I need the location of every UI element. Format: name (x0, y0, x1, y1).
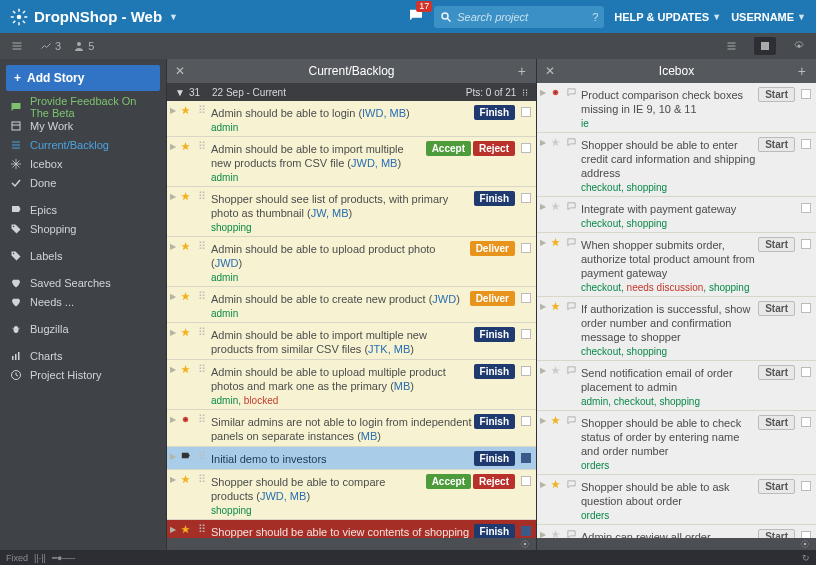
refresh-icon[interactable]: ↻ (802, 553, 810, 563)
close-icon[interactable]: ✕ (175, 64, 185, 78)
select-checkbox[interactable] (801, 367, 811, 377)
footer-track-icon[interactable]: ||·|| (34, 553, 46, 563)
story-row[interactable]: ▶⠿Similar admins are not able to login f… (167, 410, 536, 447)
expand-icon[interactable]: ▶ (170, 192, 176, 201)
expand-icon[interactable]: ▶ (540, 416, 546, 425)
expand-icon[interactable]: ▶ (170, 106, 176, 115)
sidebar-item[interactable]: Epics (6, 200, 160, 219)
story-row[interactable]: ▶⠿Admin should be able to import multipl… (167, 137, 536, 187)
start-button[interactable]: Start (758, 365, 795, 380)
drag-icon[interactable]: ⠿ (195, 104, 208, 117)
finish-button[interactable]: Finish (474, 414, 515, 429)
expand-icon[interactable]: ▶ (170, 328, 176, 337)
sidebar-item[interactable]: My Work (6, 116, 160, 135)
sidebar-item[interactable]: Provide Feedback On The Beta (6, 97, 160, 116)
select-checkbox[interactable] (801, 481, 811, 491)
add-icon[interactable]: + (798, 63, 806, 79)
reject-button[interactable]: Reject (473, 474, 515, 489)
select-checkbox[interactable] (801, 303, 811, 313)
expand-icon[interactable]: ▶ (540, 302, 546, 311)
menu-icon[interactable] (6, 37, 28, 55)
select-checkbox[interactable] (801, 239, 811, 249)
start-button[interactable]: Start (758, 237, 795, 252)
story-row[interactable]: ▶If authorization is successful, show or… (537, 297, 816, 361)
story-row[interactable]: ▶Shopper should be able to check status … (537, 411, 816, 475)
start-button[interactable]: Start (758, 415, 795, 430)
drag-icon[interactable]: ⠿ (195, 413, 208, 426)
drag-icon[interactable]: ⠿ (195, 363, 208, 376)
fixed-label[interactable]: Fixed (6, 553, 28, 563)
story-row[interactable]: ▶Shopper should be able to ask question … (537, 475, 816, 525)
select-checkbox[interactable] (521, 453, 531, 463)
story-row[interactable]: ▶⠿Initial demo to investorsFinish (167, 447, 536, 470)
story-row[interactable]: ▶⠿Shopper should see list of products, w… (167, 187, 536, 237)
story-row[interactable]: ▶Admin can review all order questions an… (537, 525, 816, 538)
expand-icon[interactable]: ▶ (540, 238, 546, 247)
drag-icon[interactable]: ⠿ (195, 290, 208, 303)
story-row[interactable]: ▶⠿Shopper should be able to compare prod… (167, 470, 536, 520)
story-row[interactable]: ▶When shopper submits order, authorize t… (537, 233, 816, 297)
start-button[interactable]: Start (758, 87, 795, 102)
add-story-button[interactable]: + Add Story (6, 65, 160, 91)
select-checkbox[interactable] (521, 366, 531, 376)
expand-icon[interactable]: ▶ (540, 366, 546, 375)
search-input[interactable]: Search project ? (434, 6, 604, 28)
iteration-header[interactable]: ▼ 31 22 Sep - Current Pts: 0 of 21 ⁝⁝ (167, 83, 536, 101)
drag-icon[interactable]: ⠿ (195, 450, 208, 463)
story-row[interactable]: ▶⠿Admin should be able to upload product… (167, 237, 536, 287)
select-checkbox[interactable] (521, 193, 531, 203)
search-help-icon[interactable]: ? (592, 11, 598, 23)
add-icon[interactable]: + (518, 63, 526, 79)
app-title[interactable]: DropNShop - Web (34, 8, 162, 25)
expand-icon[interactable]: ▶ (170, 525, 176, 534)
gear-icon[interactable] (520, 539, 530, 549)
settings-gear-icon[interactable] (788, 37, 810, 55)
members-stat[interactable]: 5 (73, 40, 94, 52)
select-checkbox[interactable] (801, 89, 811, 99)
finish-button[interactable]: Finish (474, 105, 515, 120)
select-checkbox[interactable] (801, 203, 811, 213)
drag-icon[interactable]: ⠿ (195, 326, 208, 339)
sidebar-item[interactable]: Labels (6, 246, 160, 265)
reject-button[interactable]: Reject (473, 141, 515, 156)
sidebar-item[interactable]: Charts (6, 346, 160, 365)
sidebar-item[interactable]: Project History (6, 365, 160, 384)
sidebar-item[interactable]: Shopping (6, 219, 160, 238)
start-button[interactable]: Start (758, 529, 795, 538)
expand-icon[interactable]: ▶ (540, 530, 546, 538)
select-checkbox[interactable] (521, 526, 531, 536)
accept-button[interactable]: Accept (426, 141, 471, 156)
story-row[interactable]: ▶Shopper should be able to enter credit … (537, 133, 816, 197)
select-checkbox[interactable] (521, 416, 531, 426)
story-row[interactable]: ▶⠿Admin should be able to upload multipl… (167, 360, 536, 410)
view-panel-icon[interactable] (754, 37, 776, 55)
finish-button[interactable]: Finish (474, 327, 515, 342)
select-checkbox[interactable] (801, 139, 811, 149)
expand-icon[interactable]: ▶ (540, 202, 546, 211)
select-checkbox[interactable] (521, 293, 531, 303)
expand-icon[interactable]: ▶ (540, 88, 546, 97)
finish-button[interactable]: Finish (474, 451, 515, 466)
expand-icon[interactable]: ▶ (170, 415, 176, 424)
expand-icon[interactable]: ▶ (170, 452, 176, 461)
accept-button[interactable]: Accept (426, 474, 471, 489)
story-row[interactable]: ▶Product comparison check boxes missing … (537, 83, 816, 133)
story-row[interactable]: ▶⠿Shopper should be able to view content… (167, 520, 536, 538)
drag-icon[interactable]: ⠿ (195, 523, 208, 536)
start-button[interactable]: Start (758, 137, 795, 152)
start-button[interactable]: Start (758, 301, 795, 316)
finish-button[interactable]: Finish (474, 524, 515, 538)
footer-slider[interactable]: ━●── (52, 553, 75, 563)
finish-button[interactable]: Finish (474, 191, 515, 206)
story-row[interactable]: ▶⠿Admin should be able to import multipl… (167, 323, 536, 360)
sidebar-item[interactable]: Done (6, 173, 160, 192)
finish-button[interactable]: Finish (474, 364, 515, 379)
select-checkbox[interactable] (521, 143, 531, 153)
expand-icon[interactable]: ▶ (170, 365, 176, 374)
select-checkbox[interactable] (521, 243, 531, 253)
chevron-down-icon[interactable]: ▼ (169, 12, 178, 22)
velocity-stat[interactable]: 3 (40, 40, 61, 52)
sidebar-item[interactable]: Bugzilla (6, 319, 160, 338)
deliver-button[interactable]: Deliver (470, 291, 515, 306)
notification-icon[interactable]: 17 (408, 7, 424, 27)
